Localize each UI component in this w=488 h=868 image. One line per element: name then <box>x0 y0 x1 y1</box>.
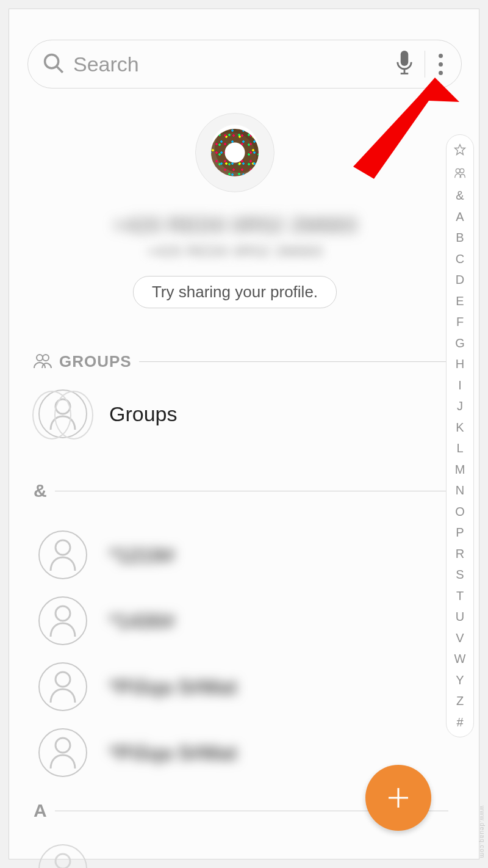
plus-icon <box>385 784 412 811</box>
contact-row[interactable]: *Pišqa 5#Mat <box>38 654 448 720</box>
index-letter[interactable]: O <box>447 505 473 518</box>
section-groups: GROUPS Groups <box>34 352 448 447</box>
svg-point-9 <box>56 540 70 555</box>
index-letter[interactable]: Y <box>447 674 473 686</box>
index-letter[interactable]: L <box>447 442 473 454</box>
contact-avatar-placeholder <box>38 530 87 579</box>
section-label: & <box>34 480 48 501</box>
contact-avatar-placeholder <box>38 596 87 645</box>
contact-avatar-placeholder <box>38 662 87 711</box>
contact-row[interactable]: *1219# <box>38 522 448 588</box>
contact-row[interactable] <box>38 836 448 868</box>
section-divider <box>139 361 448 362</box>
svg-point-11 <box>56 672 70 687</box>
index-letter[interactable]: K <box>447 421 473 433</box>
index-letter[interactable]: G <box>447 337 473 349</box>
section-header-groups: GROUPS <box>34 352 448 371</box>
index-star-icon[interactable] <box>447 143 473 157</box>
profile-name-masked: +420 RED0 0R52 2M683 <box>27 213 442 237</box>
index-letter[interactable]: T <box>447 590 473 602</box>
index-letter[interactable]: R <box>447 548 473 560</box>
index-letter[interactable]: S <box>447 568 473 580</box>
index-letter[interactable]: W <box>447 653 473 665</box>
index-letter[interactable]: V <box>447 632 473 644</box>
search-bar[interactable] <box>27 40 462 89</box>
microphone-icon[interactable] <box>395 51 414 78</box>
index-letter[interactable]: M <box>447 463 473 476</box>
index-letter[interactable]: J <box>447 400 473 412</box>
profile-avatar[interactable] <box>195 113 274 192</box>
section-divider <box>55 491 448 491</box>
index-letter[interactable]: U <box>447 610 473 623</box>
contact-avatar-placeholder <box>38 728 87 777</box>
svg-point-12 <box>56 738 70 753</box>
index-letter[interactable]: Z <box>447 695 473 707</box>
index-letter[interactable]: B <box>447 231 473 244</box>
svg-point-8 <box>56 399 70 414</box>
index-groups-icon[interactable] <box>447 167 473 181</box>
groups-label: Groups <box>109 402 178 426</box>
svg-point-0 <box>45 55 59 68</box>
svg-point-13 <box>56 854 70 868</box>
add-contact-fab[interactable] <box>365 765 431 831</box>
section-label: A <box>34 800 48 821</box>
groups-avatar-icon <box>38 389 87 438</box>
svg-point-7 <box>43 355 49 361</box>
search-input[interactable] <box>73 52 395 76</box>
profile-number-masked: +420 RED0 0R52 2M683 <box>27 243 442 260</box>
share-profile-button[interactable]: Try sharing your profile. <box>133 276 337 308</box>
contact-name-masked: *Pišqa 5#Mat <box>109 675 237 699</box>
index-letter[interactable]: & <box>447 189 473 201</box>
index-letter[interactable]: F <box>447 316 473 328</box>
index-letter[interactable]: A <box>447 211 473 223</box>
svg-point-15 <box>456 168 460 173</box>
svg-marker-14 <box>455 145 465 155</box>
search-icon <box>41 51 65 77</box>
divider <box>425 51 425 78</box>
index-letter[interactable]: # <box>447 716 473 728</box>
contact-name-masked: *Pišqa 5#Mat <box>109 741 237 765</box>
index-letter[interactable]: E <box>447 295 473 307</box>
groups-icon <box>34 353 52 371</box>
section-label: GROUPS <box>59 352 132 371</box>
contact-avatar-placeholder <box>38 844 87 868</box>
contact-name-masked: *1430# <box>109 609 175 633</box>
index-letter[interactable]: N <box>447 484 473 496</box>
my-profile-section: +420 RED0 0R52 2M683 +420 RED0 0R52 2M68… <box>27 113 442 308</box>
contact-name-masked: *1219# <box>109 543 175 567</box>
section-header-amp: & <box>34 480 448 501</box>
svg-point-10 <box>56 606 70 621</box>
app-frame: +420 RED0 0R52 2M683 +420 RED0 0R52 2M68… <box>9 9 479 859</box>
index-letter[interactable]: D <box>447 273 473 286</box>
index-letter[interactable]: I <box>447 379 473 391</box>
groups-row[interactable]: Groups <box>38 381 448 447</box>
watermark: www.deuaq.com <box>479 806 486 858</box>
contact-row[interactable]: *1430# <box>38 588 448 654</box>
section-amp: & *1219# *1430# *Pišqa 5#Mat *Pi <box>34 480 448 786</box>
donut-image <box>211 129 259 176</box>
svg-point-6 <box>37 355 43 361</box>
index-letter[interactable]: C <box>447 253 473 265</box>
index-letter[interactable]: H <box>447 358 473 370</box>
index-letter[interactable]: P <box>447 526 473 538</box>
svg-point-16 <box>460 168 464 173</box>
alpha-index[interactable]: & A B C D E F G H I J K L M N O P R S T … <box>446 134 474 737</box>
svg-line-1 <box>57 67 62 72</box>
more-options-icon[interactable] <box>434 50 448 79</box>
svg-rect-2 <box>401 51 409 66</box>
